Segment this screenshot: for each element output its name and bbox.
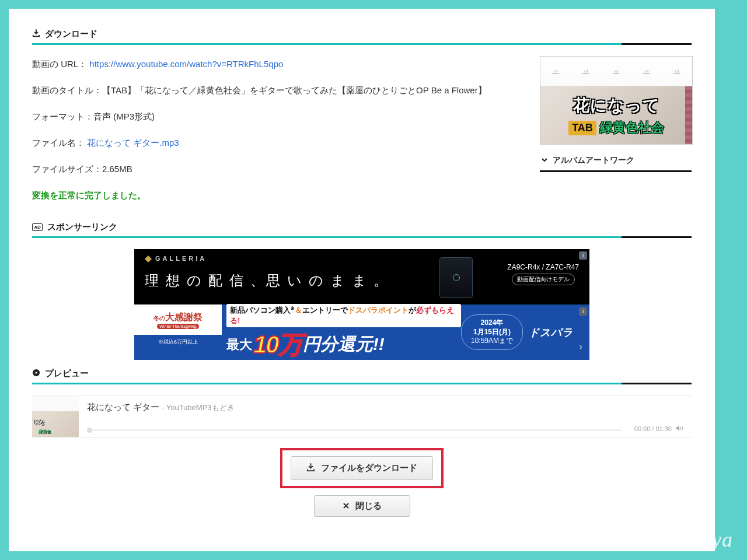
section-sponsor-title: スポンサーリンク xyxy=(47,222,117,233)
watermark: noribeya xyxy=(654,527,733,552)
album-artwork-toggle[interactable]: アルバムアートワーク xyxy=(540,153,692,168)
download-icon xyxy=(32,29,40,39)
filename-row: ファイル名： 花になって ギター.mp3 xyxy=(32,135,528,150)
status-message: 変換を正常に完了しました。 xyxy=(32,187,528,203)
section-download-title: ダウンロード xyxy=(45,29,97,40)
download-content: 動画の URL： https://www.youtube.com/watch?v… xyxy=(32,56,692,214)
volume-icon[interactable] xyxy=(675,424,683,433)
thumbnail-tab-badge: TAB xyxy=(568,121,596,135)
ad-brand-top: GALLERIA xyxy=(145,255,207,262)
ad-brand-bottom: ドスパラ xyxy=(529,326,573,340)
filename-link[interactable]: 花になって ギター.mp3 xyxy=(87,138,179,148)
download-file-button[interactable]: ファイルをダウンロード xyxy=(291,456,433,480)
divider xyxy=(540,170,692,172)
ad-pc-image xyxy=(439,257,473,298)
video-url-row: 動画の URL： https://www.youtube.com/watch?v… xyxy=(32,56,528,72)
ad-info-icon[interactable]: i xyxy=(579,307,587,316)
ad-banner[interactable]: GALLERIA 理 想 の 配 信 、思 い の ま ま 。 ZA9C-R4x… xyxy=(134,249,589,360)
chevron-right-icon: › xyxy=(579,341,582,353)
video-url-link[interactable]: https://www.youtube.com/watch?v=RTRkFhL5… xyxy=(89,59,283,69)
ad-date: 2024年 1月15日(月) 10:59AMまで xyxy=(461,314,523,350)
divider xyxy=(32,383,692,385)
ad-offer: 新品パソコン購入※＆エントリーでドスパラポイントが必ずもらえる! 最大 10万 … xyxy=(222,304,461,360)
ad-info-icon[interactable]: i xyxy=(579,251,587,260)
download-file-label: ファイルをダウンロード xyxy=(321,463,417,474)
divider xyxy=(32,236,692,239)
download-button-highlight: ファイルをダウンロード xyxy=(280,448,444,488)
divider xyxy=(32,43,692,46)
section-download: ダウンロード xyxy=(32,26,692,46)
close-icon xyxy=(343,501,350,511)
chevron-down-icon xyxy=(541,156,548,165)
close-button[interactable]: 閉じる xyxy=(314,495,410,517)
filesize-row: ファイルサイズ：2.65MB xyxy=(32,161,528,177)
close-label: 閉じる xyxy=(355,501,382,512)
ad-festival: 冬の大感謝祭 Winter Thanksgiving ※税込6万円以上 xyxy=(134,304,222,360)
ad-icon: AD xyxy=(32,223,43,231)
player-title: 花になって ギター - YouTubeMP3もどき xyxy=(87,402,683,413)
thumbnail-tab-score: ♪♬♪♬♪♬♪♬♪♬ xyxy=(540,57,692,86)
main-card: ダウンロード 動画の URL： https://www.youtube.com/… xyxy=(9,9,715,551)
seek-bar[interactable] xyxy=(87,429,622,431)
thumbnail-text-1: 花になって xyxy=(573,94,660,117)
section-sponsor: AD スポンサーリンク xyxy=(32,219,692,239)
video-thumbnail: ♪♬♪♬♪♬♪♬♪♬ 花になって TAB 緑黄色社会 xyxy=(540,56,693,145)
video-title-row: 動画のタイトル：【TAB】「花になって／緑黄色社会」をギターで歌ってみた【薬屋の… xyxy=(32,82,528,98)
player-time: 00:00 / 01:30 xyxy=(634,424,683,433)
ad-model: ZA9C-R4x / ZA7C-R47 動画配信向けモデル xyxy=(507,263,579,285)
ad-container: GALLERIA 理 想 の 配 信 、思 い の ま ま 。 ZA9C-R4x… xyxy=(32,249,692,360)
format-row: フォーマット：音声 (MP3形式) xyxy=(32,108,528,124)
thumbnail-text-2: 緑黄色社会 xyxy=(600,119,664,136)
section-preview: プレビュー xyxy=(32,366,692,385)
album-artwork-label: アルバムアートワーク xyxy=(553,155,634,166)
play-icon xyxy=(32,369,40,379)
download-icon xyxy=(306,463,315,474)
player-thumbnail: にな 緑黄色 xyxy=(32,396,79,437)
section-preview-title: プレビュー xyxy=(45,368,89,379)
ad-headline: 理 想 の 配 信 、思 い の ま ま 。 xyxy=(145,271,389,290)
audio-player[interactable]: にな 緑黄色 花になって ギター - YouTubeMP3もどき 00:00 /… xyxy=(32,396,692,438)
button-group: ファイルをダウンロード 閉じる xyxy=(32,448,692,517)
